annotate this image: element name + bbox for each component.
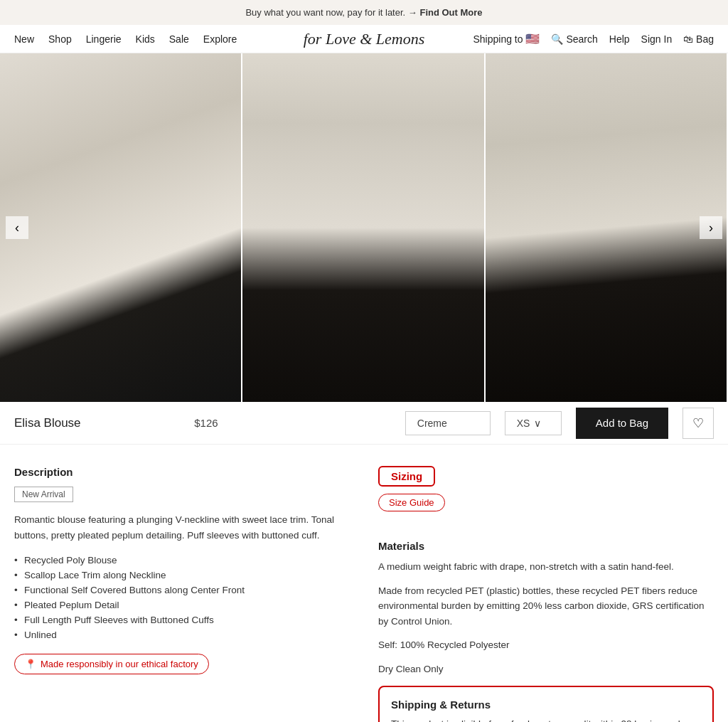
find-out-more-link[interactable]: Find Out More <box>419 7 482 18</box>
left-arrow-icon: ‹ <box>15 221 19 235</box>
bag-link[interactable]: 🛍 Bag <box>683 33 714 45</box>
materials-text-1: A medium weight fabric with drape, non-s… <box>378 559 714 575</box>
feature-item: Full Length Puff Sleeves with Buttoned C… <box>14 612 350 627</box>
sizing-box: Sizing <box>378 466 435 487</box>
product-content: Description New Arrival Romantic blouse … <box>0 445 728 722</box>
ethical-label: Made responsibly in our ethical factory <box>41 659 198 669</box>
search-label: Search <box>566 33 597 45</box>
shipping-description: This product is eligible for refund or s… <box>391 718 695 722</box>
product-images: ‹ › <box>0 53 728 402</box>
new-arrival-badge: New Arrival <box>14 487 73 502</box>
feature-item: Scallop Lace Trim along Neckline <box>14 568 350 583</box>
right-arrow-icon: › <box>709 221 713 235</box>
shipping-text: This product is eligible for refund or s… <box>391 716 701 722</box>
chevron-down-icon: ∨ <box>534 418 541 429</box>
product-price: $126 <box>194 417 218 429</box>
shipping-section: Shipping & Returns This product is eligi… <box>378 686 714 722</box>
feature-item: Pleated Peplum Detail <box>14 598 350 612</box>
materials-section: Materials A medium weight fabric with dr… <box>378 540 714 677</box>
top-banner: Buy what you want now, pay for it later.… <box>0 0 728 25</box>
description-title: Description <box>14 466 350 478</box>
product-image-1 <box>0 53 242 402</box>
description-section: Description New Arrival Romantic blouse … <box>14 466 350 722</box>
feature-item: Functional Self Covered Buttons along Ce… <box>14 583 350 598</box>
search-button[interactable]: 🔍 Search <box>551 33 597 45</box>
help-link[interactable]: Help <box>609 33 630 45</box>
materials-text-2: Made from recycled PET (plastic) bottles… <box>378 583 714 630</box>
feature-item: Recycled Poly Blouse <box>14 553 350 568</box>
ethical-factory-badge[interactable]: 📍 Made responsibly in our ethical factor… <box>14 654 209 674</box>
signin-link[interactable]: Sign In <box>641 33 673 45</box>
next-image-button[interactable]: › <box>700 216 722 239</box>
feature-item: Unlined <box>14 627 350 642</box>
product-name: Elisa Blouse <box>14 416 173 430</box>
feature-list: Recycled Poly Blouse Scallop Lace Trim a… <box>14 553 350 642</box>
logo-text: for Love & Lemons <box>304 30 425 48</box>
product-bar: Elisa Blouse $126 Creme XS ∨ Add to Bag … <box>0 402 728 445</box>
color-value: Creme <box>417 418 447 429</box>
sizing-section: Sizing Size Guide <box>378 466 714 529</box>
nav-shop[interactable]: Shop <box>48 33 72 45</box>
shipping-label: Shipping to <box>473 33 523 45</box>
search-icon: 🔍 <box>551 33 563 45</box>
materials-title: Materials <box>378 540 714 552</box>
sizing-title: Sizing <box>391 470 422 482</box>
product-image-3 <box>486 53 728 402</box>
shipping-link[interactable]: Shipping to 🇺🇸 <box>473 32 540 46</box>
description-text: Romantic blouse featuring a plunging V-n… <box>14 512 350 543</box>
nav-sale[interactable]: Sale <box>169 33 189 45</box>
flag-icon: 🇺🇸 <box>525 33 540 45</box>
size-guide-link[interactable]: Size Guide <box>378 494 445 511</box>
size-selector[interactable]: XS ∨ <box>505 411 562 435</box>
wishlist-button[interactable]: ♡ <box>682 408 714 439</box>
product-image-2 <box>242 53 485 402</box>
nav-utilities: Shipping to 🇺🇸 🔍 Search Help Sign In 🛍 B… <box>473 32 714 46</box>
shipping-title: Shipping & Returns <box>391 699 701 711</box>
banner-text: Buy what you want now, pay for it later.… <box>245 7 417 18</box>
add-to-bag-button[interactable]: Add to Bag <box>576 408 668 439</box>
size-value: XS <box>517 418 530 429</box>
main-nav: New Shop Lingerie Kids Sale Explore for … <box>0 25 728 53</box>
bag-icon: 🛍 <box>683 33 693 45</box>
nav-links: New Shop Lingerie Kids Sale Explore <box>14 33 237 45</box>
materials-care-text: Dry Clean Only <box>378 662 714 677</box>
location-icon: 📍 <box>25 659 36 669</box>
prev-image-button[interactable]: ‹ <box>6 216 28 239</box>
materials-self-text: Self: 100% Recycled Polyester <box>378 637 714 653</box>
bag-label: Bag <box>696 33 714 45</box>
brand-logo[interactable]: for Love & Lemons <box>304 30 425 48</box>
color-selector[interactable]: Creme <box>405 411 491 435</box>
nav-new[interactable]: New <box>14 33 34 45</box>
details-section: Sizing Size Guide Materials A medium wei… <box>378 466 714 722</box>
nav-kids[interactable]: Kids <box>136 33 155 45</box>
heart-icon: ♡ <box>692 415 704 431</box>
nav-explore[interactable]: Explore <box>203 33 237 45</box>
nav-lingerie[interactable]: Lingerie <box>86 33 122 45</box>
